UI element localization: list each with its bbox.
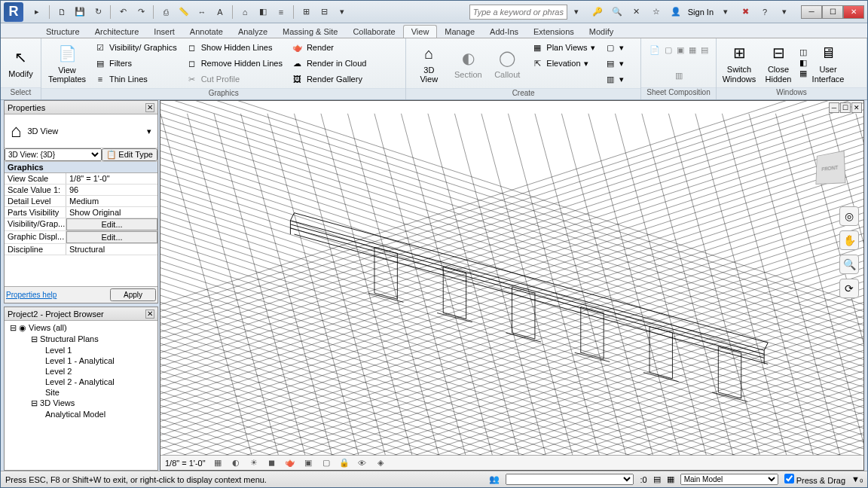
tab-architecture[interactable]: Architecture [87, 26, 147, 38]
maximize-button[interactable]: ☐ [822, 5, 843, 19]
tab-structure[interactable]: Structure [38, 26, 87, 38]
qat-open-icon[interactable]: ▸ [29, 5, 44, 20]
tab-massing-site[interactable]: Massing & Site [275, 26, 345, 38]
temp-hide-icon[interactable]: 👁 [356, 457, 368, 469]
tab-add-ins[interactable]: Add-Ins [482, 26, 526, 38]
minimize-button[interactable]: ─ [801, 5, 822, 19]
redo-icon[interactable]: ↷ [133, 5, 148, 20]
drafting-view-button[interactable]: ▢▾ [601, 40, 627, 55]
apply-button[interactable]: Apply [110, 288, 156, 301]
plan-views-button[interactable]: ▦Plan Views ▾ [528, 40, 598, 55]
qat-new-icon[interactable]: 🗋 [54, 5, 69, 20]
search-input[interactable] [469, 5, 567, 20]
qat-dropdown-icon[interactable]: ▾ [335, 5, 350, 20]
zoom-icon[interactable]: 🔍 [839, 255, 859, 274]
prop-row[interactable]: Parts VisibilityShow Original [5, 207, 157, 218]
legends-button[interactable]: ▤▾ [601, 56, 627, 71]
shadows-icon[interactable]: ◼ [266, 457, 278, 469]
steering-wheel-icon[interactable]: ◎ [839, 206, 859, 226]
worksets-icon[interactable]: 👥 [489, 474, 500, 484]
instance-selector[interactable]: 3D View: {3D} [5, 148, 102, 161]
close-hidden-icon[interactable]: ⊞ [298, 5, 313, 20]
reveal-icon[interactable]: ◈ [374, 457, 387, 469]
tree-item[interactable]: Level 2 - Analytical [6, 377, 156, 387]
view-max-icon[interactable]: ☐ [840, 102, 851, 113]
viewcube[interactable]: FRONT [815, 151, 845, 185]
tab-collaborate[interactable]: Collaborate [345, 26, 402, 38]
measure-icon[interactable]: 📏 [176, 5, 191, 20]
save-icon[interactable]: 💾 [72, 5, 87, 20]
remove-hidden-button[interactable]: ◻Remove Hidden Lines [183, 56, 286, 71]
filter-status-icon[interactable]: ▼₀ [851, 474, 863, 484]
search-dropdown-icon[interactable]: ▾ [569, 5, 584, 20]
cascade-icon[interactable]: ◧ [799, 58, 807, 68]
3d-viewport[interactable]: FRONT ─ ☐ ✕ ◎ ✋ 🔍 ⟳ 1/8" = 1'-0" ▦ ◐ ☀ ◼… [160, 100, 864, 471]
design-options-select[interactable]: Main Model [680, 474, 778, 485]
design-options-icon[interactable]: ▤ [653, 474, 661, 484]
press-drag-toggle[interactable]: Press & Drag [784, 474, 845, 485]
crop-icon[interactable]: ▣ [302, 457, 314, 469]
keys-icon[interactable]: 🔑 [590, 5, 605, 20]
tree-item[interactable]: Level 2 [6, 366, 156, 377]
user-interface-button[interactable]: 🖥 User Interface [810, 41, 846, 86]
detail-level-icon[interactable]: ▦ [212, 457, 224, 469]
prop-row[interactable]: Graphic Displ...Edit... [5, 231, 157, 244]
lock-icon[interactable]: 🔒 [338, 457, 350, 469]
tree-item[interactable]: Level 1 - Analytical [6, 355, 156, 366]
prop-row[interactable]: Detail LevelMedium [5, 196, 157, 207]
3d-icon[interactable]: ⌂ [237, 5, 252, 20]
type-selector-label[interactable]: 3D View [28, 127, 142, 136]
tree-item[interactable]: ⊟ Structural Plans [6, 334, 156, 345]
tab-extensions[interactable]: Extensions [526, 26, 582, 38]
panel-close-icon[interactable]: ✕ [145, 310, 154, 319]
modify-tool[interactable]: ↖ Modify [5, 41, 36, 86]
sync-icon[interactable]: ↻ [90, 5, 105, 20]
tree-item[interactable]: ⊟ ◉ Views (all) [6, 322, 156, 334]
visibility-graphics-button[interactable]: ☑Visibility/ Graphics [91, 40, 180, 55]
dimension-icon[interactable]: ↔ [194, 5, 209, 20]
tile-icon[interactable]: ▦ [799, 69, 807, 78]
view-templates-button[interactable]: 📄 View Templates [46, 41, 88, 86]
help-icon[interactable]: ? [757, 5, 772, 20]
switch-windows-button[interactable]: ⊞ Switch Windows [721, 41, 757, 86]
exchange-icon[interactable]: ✕ [629, 5, 644, 20]
prop-row[interactable]: DisciplineStructural [5, 244, 157, 255]
prop-row[interactable]: View Scale1/8" = 1'-0" [5, 173, 157, 185]
panel-close-icon[interactable]: ✕ [145, 103, 154, 112]
tree-item[interactable]: ⊟ 3D Views [6, 398, 156, 409]
tab-manage[interactable]: Manage [437, 26, 482, 38]
show-hidden-button[interactable]: ◻Show Hidden Lines [183, 40, 286, 55]
replicate-icon[interactable]: ◫ [799, 47, 807, 57]
properties-help-link[interactable]: Properties help [6, 291, 57, 299]
project-tree[interactable]: ⊟ ◉ Views (all)⊟ Structural PlansLevel 1… [5, 321, 157, 470]
tab-analyze[interactable]: Analyze [231, 26, 275, 38]
sun-path-icon[interactable]: ☀ [248, 457, 260, 469]
subscription-icon[interactable]: 🔍 [610, 5, 625, 20]
prop-row[interactable]: Scale Value 1:96 [5, 185, 157, 196]
signin-label[interactable]: Sign In [688, 8, 714, 17]
tab-annotate[interactable]: Annotate [182, 26, 231, 38]
tab-insert[interactable]: Insert [146, 26, 182, 38]
render-cloud-button[interactable]: ☁Render in Cloud [289, 56, 370, 71]
render-gallery-button[interactable]: 🖼Render Gallery [289, 72, 370, 87]
schedules-button[interactable]: ▥▾ [601, 72, 627, 87]
prop-row[interactable]: Visibility/Grap...Edit... [5, 218, 157, 231]
orbit-icon[interactable]: ⟳ [839, 279, 859, 298]
worksets-select[interactable] [506, 474, 634, 485]
crop-region-icon[interactable]: ▢ [320, 457, 332, 469]
user-icon[interactable]: 👤 [668, 5, 683, 20]
tree-item[interactable]: Site [6, 387, 156, 398]
pan-icon[interactable]: ✋ [839, 230, 859, 250]
active-only-icon[interactable]: ▦ [667, 474, 674, 484]
text-icon[interactable]: A [212, 5, 228, 20]
switch-win-icon[interactable]: ⊟ [316, 5, 332, 20]
signin-dropdown-icon[interactable]: ▾ [718, 5, 733, 20]
print-icon[interactable]: ⎙ [158, 5, 173, 20]
app-icon[interactable]: R [4, 2, 23, 22]
close-button[interactable]: ✕ [843, 5, 864, 19]
view-close-icon[interactable]: ✕ [851, 102, 862, 113]
filters-button[interactable]: ▤Filters [91, 56, 180, 71]
tab-modify[interactable]: Modify [582, 26, 621, 38]
view-min-icon[interactable]: ─ [829, 102, 839, 113]
close-hidden-button[interactable]: ⊟ Close Hidden [760, 41, 796, 86]
